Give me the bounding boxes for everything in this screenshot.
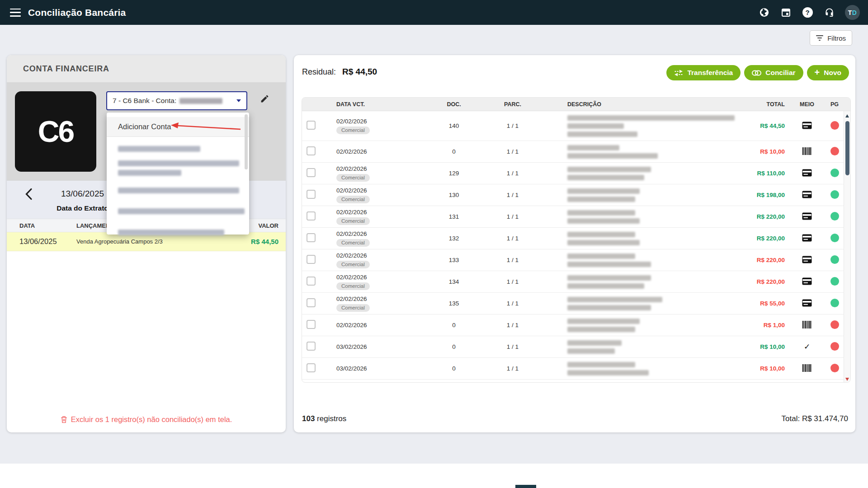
header-total: TOTAL — [727, 101, 789, 108]
table-scrollbar — [844, 111, 850, 383]
dropdown-item-redacted[interactable] — [118, 230, 224, 235]
barcode-icon — [802, 147, 811, 155]
record-row[interactable]: 02/02/2026Comercial1341 / 1R$ 220,00 — [302, 271, 844, 293]
dropdown-item-redacted[interactable] — [118, 208, 245, 214]
row-doc: 0 — [424, 322, 484, 328]
row-date: 02/02/2026 — [336, 209, 367, 216]
row-doc: 140 — [424, 122, 484, 129]
header-parc: PARC. — [484, 101, 542, 108]
record-row[interactable]: 02/02/2026Comercial1331 / 1R$ 220,00 — [302, 249, 844, 271]
help-icon[interactable]: ? — [802, 7, 813, 19]
transfer-button[interactable]: Transferência — [666, 65, 741, 80]
row-checkbox[interactable] — [307, 146, 316, 155]
chevron-down-icon — [236, 99, 241, 102]
barcode-icon — [802, 321, 811, 328]
row-doc: 0 — [424, 343, 484, 350]
row-parc: 1 / 1 — [484, 170, 542, 177]
avatar[interactable]: TD — [845, 5, 860, 20]
scroll-thumb[interactable] — [845, 121, 849, 175]
dropdown-item-redacted[interactable] — [118, 146, 200, 152]
row-checkbox[interactable] — [307, 233, 316, 242]
row-category-chip: Comercial — [336, 239, 370, 247]
row-category-chip: Comercial — [336, 196, 370, 203]
row-category-chip: Comercial — [336, 282, 370, 290]
row-doc: 129 — [424, 170, 484, 177]
record-row[interactable]: 02/02/2026Comercial1351 / 1R$ 55,00 — [302, 293, 844, 314]
dropdown-item-redacted[interactable] — [118, 160, 239, 166]
dropdown-item-redacted[interactable] — [118, 188, 239, 193]
row-checkbox[interactable] — [307, 363, 316, 372]
record-row[interactable]: 02/02/2026Comercial1311 / 1R$ 220,00 — [302, 206, 844, 228]
dropdown-scrollbar[interactable] — [245, 114, 248, 169]
record-row[interactable]: 02/02/202601 / 1R$ 10,00 — [302, 141, 844, 163]
row-checkbox[interactable] — [307, 168, 316, 177]
globe-icon[interactable] — [758, 7, 770, 19]
row-doc: 0 — [424, 365, 484, 372]
record-row[interactable]: 02/02/2026Comercial1291 / 1R$ 110,00 — [302, 163, 844, 184]
row-checkbox[interactable] — [307, 342, 316, 351]
row-checkbox[interactable] — [307, 211, 316, 221]
delete-unreconciled-link[interactable]: Excluir os 1 registro(s) não conciliado(… — [7, 406, 286, 432]
row-description-redacted — [542, 362, 727, 375]
row-total: R$ 198,00 — [727, 192, 789, 198]
barcode-icon — [802, 364, 811, 372]
row-checkbox[interactable] — [307, 298, 316, 307]
filters-button[interactable]: Filtros — [810, 30, 852, 46]
residual-value: R$ 44,50 — [342, 67, 377, 77]
row-total: R$ 220,00 — [727, 213, 789, 220]
record-row[interactable]: 02/02/202601 / 1R$ 1,00 — [302, 314, 844, 336]
payment-status-dot — [830, 277, 839, 286]
new-button[interactable]: + Novo — [807, 65, 849, 80]
row-description-redacted — [542, 115, 727, 137]
row-date: 02/02/2026 — [336, 274, 367, 281]
bank-logo: C6 — [15, 91, 96, 172]
row-total: R$ 220,00 — [727, 278, 789, 285]
record-row[interactable]: 02/02/2026Comercial1301 / 1R$ 198,00 — [302, 184, 844, 206]
row-date: 02/02/2026 — [336, 165, 367, 172]
scroll-up-icon[interactable] — [845, 114, 849, 117]
row-checkbox[interactable] — [307, 277, 316, 286]
payment-status-dot — [830, 147, 839, 155]
check-icon: ✓ — [804, 343, 810, 351]
row-parc: 1 / 1 — [484, 122, 542, 129]
row-description-redacted — [542, 188, 727, 202]
row-parc: 1 / 1 — [484, 257, 542, 263]
card-icon — [802, 122, 812, 129]
edit-account-button[interactable] — [260, 94, 269, 105]
record-row[interactable]: 03/02/202601 / 1R$ 10,00✓ — [302, 336, 844, 358]
scroll-down-icon[interactable] — [845, 378, 849, 381]
account-select[interactable]: 7 - C6 Bank - Conta: — [106, 91, 247, 110]
financial-account-card: CONTA FINANCEIRA C6 7 - C6 Bank - Conta:… — [7, 55, 286, 432]
filter-icon — [816, 35, 823, 41]
row-parc: 1 / 1 — [484, 300, 542, 307]
header-meio: MEIO — [789, 101, 825, 108]
trash-icon — [61, 416, 67, 423]
header-pg: PG — [825, 101, 844, 108]
record-row[interactable]: 03/02/202601 / 1R$ 10,00 — [302, 358, 844, 380]
row-checkbox[interactable] — [307, 190, 316, 199]
calendar-icon[interactable] — [780, 7, 792, 19]
card-icon — [802, 191, 812, 198]
record-row[interactable]: 02/02/2026Comercial1401 / 1R$ 44,50 — [302, 111, 844, 141]
records-table: DATA VCT. DOC. PARC. DESCRIÇÃO TOTAL MEI… — [302, 97, 851, 383]
support-headset-icon[interactable] — [823, 7, 835, 19]
plus-icon: + — [815, 68, 820, 77]
row-total: R$ 110,00 — [727, 170, 789, 177]
account-dropdown: Adicionar Conta — [107, 113, 249, 235]
menu-icon[interactable] — [10, 9, 21, 17]
record-row[interactable]: 02/02/2026Comercial1321 / 1R$ 220,00 — [302, 228, 844, 249]
row-total: R$ 44,50 — [727, 122, 789, 129]
row-checkbox[interactable] — [307, 255, 316, 264]
records-card: Residual: R$ 44,50 Transferência Concili… — [294, 55, 855, 432]
payment-status-dot — [830, 169, 839, 177]
dropdown-item-redacted[interactable] — [118, 170, 181, 176]
prev-date-button[interactable] — [25, 188, 33, 202]
row-description-redacted — [542, 319, 727, 332]
financial-account-header: CONTA FINANCEIRA — [7, 55, 286, 82]
payment-status-dot — [830, 121, 839, 130]
row-checkbox[interactable] — [307, 121, 316, 130]
card-icon — [802, 256, 812, 263]
statement-row-value: R$ 44,50 — [227, 238, 286, 245]
row-checkbox[interactable] — [307, 320, 316, 329]
reconcile-button[interactable]: Conciliar — [744, 65, 803, 80]
